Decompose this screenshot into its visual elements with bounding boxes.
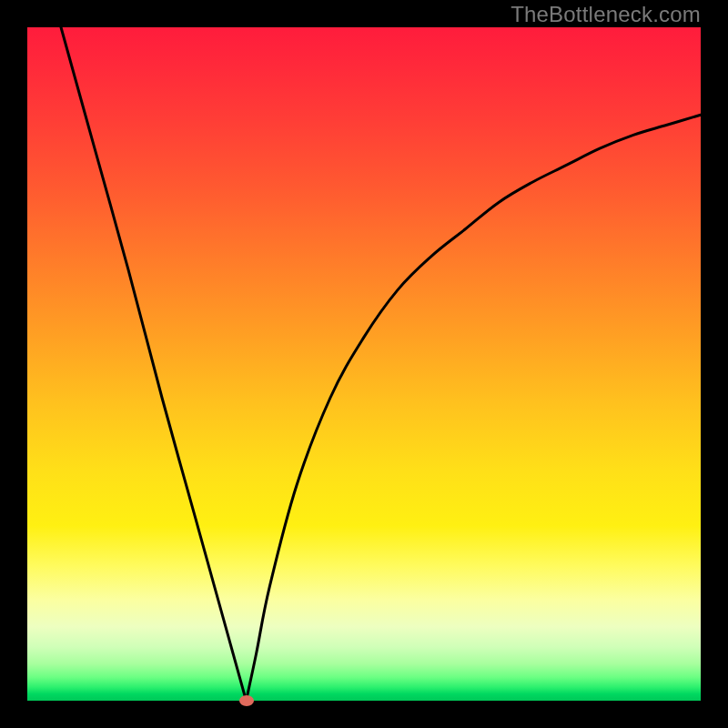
chart-frame: TheBottleneck.com [0,0,728,728]
watermark-text: TheBottleneck.com [511,2,701,27]
curve-svg [27,27,701,701]
curve-right-branch [247,115,702,701]
minimum-marker [239,695,254,706]
curve-left-branch [61,27,247,701]
plot-area [27,27,701,701]
